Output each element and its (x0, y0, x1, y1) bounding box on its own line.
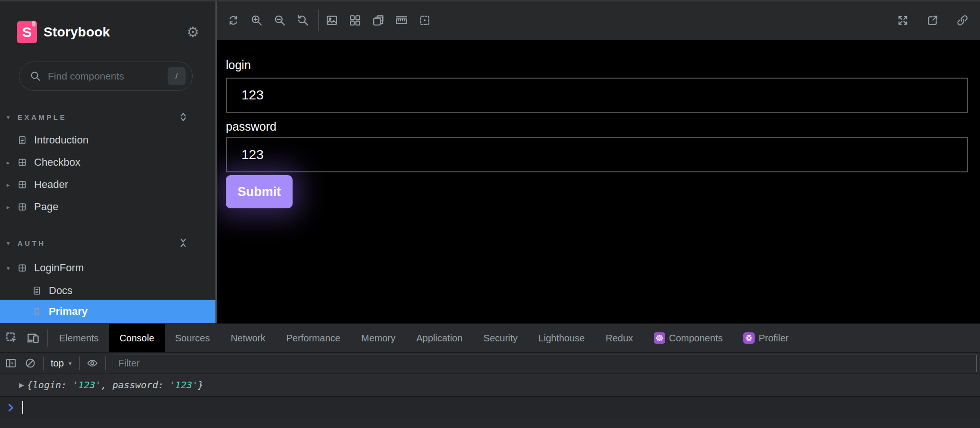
background-icon[interactable] (326, 14, 338, 27)
grid-icon[interactable] (349, 14, 361, 27)
tab-lighthouse[interactable]: Lighthouse (528, 324, 595, 352)
chevron-down-icon: ▾ (7, 114, 13, 121)
component-icon (18, 202, 27, 212)
storybook-sidebar: S Storybook ⚙ Find components / ▾ EXAMPL… (0, 0, 215, 323)
login-label: login (226, 58, 251, 72)
tab-elements[interactable]: Elements (49, 324, 109, 352)
viewport-icon[interactable] (372, 14, 384, 27)
console-toolbar-divider (43, 357, 44, 370)
tab-redux[interactable]: Redux (595, 324, 643, 352)
zoom-reset-icon[interactable] (297, 14, 309, 27)
sidebar-item-introduction[interactable]: Introduction (0, 130, 215, 151)
component-icon (18, 180, 27, 189)
story-canvas: login password Submit (217, 40, 980, 323)
zoom-out-icon[interactable] (274, 14, 286, 27)
chevron-right-icon: ▸ (7, 181, 13, 188)
sidebar-item-loginform[interactable]: ▾ LoginForm (0, 258, 215, 278)
window-top-edge (0, 0, 980, 1)
tab-sources[interactable]: Sources (165, 324, 220, 352)
login-field[interactable] (226, 78, 968, 113)
react-icon (654, 332, 665, 344)
toolbar-divider (318, 9, 319, 31)
canvas-toolbar (217, 0, 980, 40)
console-toolbar-divider (79, 357, 80, 370)
settings-gear-icon[interactable]: ⚙ (187, 25, 199, 39)
chevron-right-icon: ▸ (7, 204, 13, 211)
submit-button[interactable]: Submit (226, 175, 293, 208)
sidebar-item-header[interactable]: ▸ Header (0, 174, 215, 195)
password-label: password (226, 120, 276, 134)
expand-object-icon[interactable]: ▶ (19, 381, 24, 389)
console-prompt[interactable] (0, 397, 980, 419)
console-sidebar-toggle-icon[interactable] (5, 357, 17, 369)
tab-application[interactable]: Application (406, 324, 473, 352)
tab-network[interactable]: Network (220, 324, 276, 352)
outline-icon[interactable] (419, 14, 431, 27)
collapse-all-icon[interactable] (177, 237, 189, 249)
console-toolbar-divider (105, 357, 106, 370)
brand-title: Storybook (44, 25, 110, 40)
brand-row: S Storybook ⚙ (17, 21, 199, 44)
bookmark-icon (32, 307, 42, 316)
react-icon (743, 332, 755, 344)
fullscreen-icon[interactable] (897, 14, 909, 27)
canvas-panel: login password Submit (217, 0, 980, 323)
measure-icon[interactable] (395, 14, 408, 27)
chevron-right-icon: ▸ (7, 159, 13, 166)
tabbar-divider (47, 330, 48, 347)
tab-performance[interactable]: Performance (276, 324, 351, 352)
component-icon (18, 158, 27, 167)
tab-react-profiler[interactable]: Profiler (733, 324, 799, 352)
logo-notch (32, 21, 36, 27)
text-cursor (22, 401, 23, 414)
chevron-down-icon: ▾ (7, 240, 13, 247)
doc-icon (32, 286, 42, 295)
chevron-down-icon: ▾ (69, 360, 72, 367)
live-expression-eye-icon[interactable] (87, 357, 98, 369)
section-example[interactable]: ▾ EXAMPLE (0, 110, 215, 124)
devtools-panel: Elements Console Sources Network Perform… (0, 323, 980, 428)
inspect-element-icon[interactable] (5, 331, 18, 345)
sidebar-item-primary[interactable]: Primary (0, 300, 215, 323)
search-input[interactable]: Find components / (19, 62, 193, 91)
remount-icon[interactable] (227, 14, 240, 27)
console-log-row: ▶ {login: '123', password: '123'} (0, 374, 980, 397)
copy-link-icon[interactable] (956, 14, 969, 27)
search-placeholder: Find components (48, 71, 168, 82)
console-filter-input[interactable] (113, 355, 977, 372)
component-icon (18, 263, 27, 273)
clear-console-icon[interactable] (25, 357, 36, 369)
tab-security[interactable]: Security (473, 324, 528, 352)
sidebar-item-docs[interactable]: Docs (0, 280, 215, 301)
chevron-down-icon: ▾ (7, 265, 13, 272)
expand-all-icon[interactable] (177, 111, 189, 123)
sidebar-item-page[interactable]: ▸ Page (0, 196, 215, 217)
search-icon (30, 71, 41, 82)
password-field[interactable] (226, 137, 968, 172)
section-auth[interactable]: ▾ AUTH (0, 236, 215, 250)
section-label: AUTH (18, 239, 46, 247)
doc-icon (18, 135, 27, 145)
search-shortcut-key: / (168, 67, 186, 85)
sidebar-item-checkbox[interactable]: ▸ Checkbox (0, 152, 215, 173)
console-toolbar: top ▾ (0, 353, 980, 374)
tab-react-components[interactable]: Components (643, 324, 733, 352)
tab-memory[interactable]: Memory (351, 324, 406, 352)
tab-console[interactable]: Console (109, 324, 164, 352)
section-label: EXAMPLE (18, 113, 67, 121)
prompt-chevron-icon (6, 402, 16, 413)
storybook-logo-icon: S (17, 21, 37, 43)
devtools-tabbar: Elements Console Sources Network Perform… (0, 324, 980, 353)
device-toolbar-icon[interactable] (27, 331, 40, 345)
execution-context-selector[interactable]: top ▾ (51, 358, 71, 369)
open-new-tab-icon[interactable] (927, 14, 939, 27)
console-object-preview[interactable]: {login: '123', password: '123'} (27, 379, 204, 391)
zoom-in-icon[interactable] (250, 14, 263, 27)
